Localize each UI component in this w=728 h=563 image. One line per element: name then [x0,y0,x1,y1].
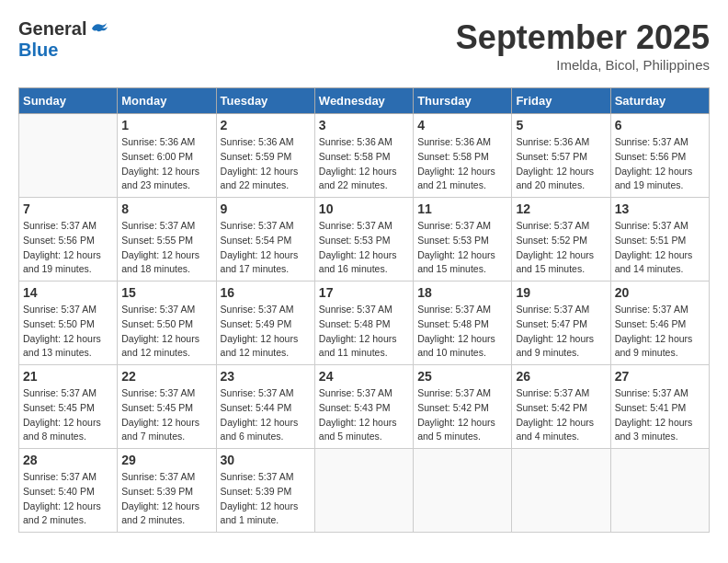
day-cell: 18Sunrise: 5:37 AM Sunset: 5:48 PM Dayli… [414,282,512,365]
day-cell: 29Sunrise: 5:37 AM Sunset: 5:39 PM Dayli… [118,449,216,533]
day-number: 13 [615,201,705,216]
day-info: Sunrise: 5:37 AM Sunset: 5:51 PM Dayligh… [615,219,705,277]
day-cell: 12Sunrise: 5:37 AM Sunset: 5:52 PM Dayli… [512,198,610,282]
day-info: Sunrise: 5:37 AM Sunset: 5:56 PM Dayligh… [23,219,113,277]
day-cell: 27Sunrise: 5:37 AM Sunset: 5:41 PM Dayli… [610,365,709,449]
day-info: Sunrise: 5:37 AM Sunset: 5:45 PM Dayligh… [23,386,113,444]
logo: General Blue [18,18,110,61]
day-number: 23 [221,369,311,384]
day-info: Sunrise: 5:37 AM Sunset: 5:47 PM Dayligh… [516,303,606,361]
day-cell: 8Sunrise: 5:37 AM Sunset: 5:55 PM Daylig… [118,198,216,282]
day-number: 24 [319,369,409,384]
day-cell: 10Sunrise: 5:37 AM Sunset: 5:53 PM Dayli… [314,198,413,282]
day-cell: 3Sunrise: 5:36 AM Sunset: 5:58 PM Daylig… [314,114,413,198]
logo-blue-text: Blue [18,40,58,61]
day-cell: 24Sunrise: 5:37 AM Sunset: 5:43 PM Dayli… [314,365,413,449]
day-info: Sunrise: 5:36 AM Sunset: 5:57 PM Dayligh… [516,135,606,193]
column-header-sunday: Sunday [19,88,118,114]
day-cell: 19Sunrise: 5:37 AM Sunset: 5:47 PM Dayli… [512,282,610,365]
day-number: 25 [417,369,507,384]
day-cell: 14Sunrise: 5:37 AM Sunset: 5:50 PM Dayli… [19,282,118,365]
title-block: September 2025 Imelda, Bicol, Philippine… [456,18,710,73]
day-number: 29 [121,453,211,467]
day-info: Sunrise: 5:37 AM Sunset: 5:45 PM Dayligh… [121,386,211,444]
day-info: Sunrise: 5:36 AM Sunset: 6:00 PM Dayligh… [121,135,211,193]
day-cell: 7Sunrise: 5:37 AM Sunset: 5:56 PM Daylig… [19,198,118,282]
day-number: 26 [516,369,606,384]
day-number: 2 [221,118,311,132]
day-cell: 6Sunrise: 5:37 AM Sunset: 5:56 PM Daylig… [610,114,709,198]
week-row-5: 28Sunrise: 5:37 AM Sunset: 5:40 PM Dayli… [19,449,710,533]
column-header-wednesday: Wednesday [314,88,413,114]
day-number: 11 [417,201,507,216]
day-info: Sunrise: 5:37 AM Sunset: 5:40 PM Dayligh… [23,470,113,528]
month-title: September 2025 [456,18,710,57]
day-number: 9 [221,201,311,216]
column-header-tuesday: Tuesday [216,88,314,114]
column-header-thursday: Thursday [414,88,512,114]
day-info: Sunrise: 5:37 AM Sunset: 5:56 PM Dayligh… [615,135,705,193]
day-number: 15 [121,285,211,300]
day-number: 16 [221,285,311,300]
day-number: 10 [319,201,409,216]
column-header-friday: Friday [512,88,610,114]
day-info: Sunrise: 5:36 AM Sunset: 5:58 PM Dayligh… [417,135,507,193]
day-info: Sunrise: 5:37 AM Sunset: 5:50 PM Dayligh… [121,303,211,361]
week-row-4: 21Sunrise: 5:37 AM Sunset: 5:45 PM Dayli… [19,365,710,449]
day-number: 4 [417,118,507,132]
day-cell [414,449,512,533]
day-number: 3 [319,118,409,132]
week-row-1: 1Sunrise: 5:36 AM Sunset: 6:00 PM Daylig… [19,114,710,198]
day-cell: 17Sunrise: 5:37 AM Sunset: 5:48 PM Dayli… [314,282,413,365]
day-cell: 22Sunrise: 5:37 AM Sunset: 5:45 PM Dayli… [118,365,216,449]
day-cell: 9Sunrise: 5:37 AM Sunset: 5:54 PM Daylig… [216,198,314,282]
day-info: Sunrise: 5:37 AM Sunset: 5:49 PM Dayligh… [221,303,311,361]
day-cell: 25Sunrise: 5:37 AM Sunset: 5:42 PM Dayli… [414,365,512,449]
day-number: 28 [23,453,113,467]
logo-bird-icon [90,19,110,36]
day-number: 18 [417,285,507,300]
day-number: 17 [319,285,409,300]
day-cell: 13Sunrise: 5:37 AM Sunset: 5:51 PM Dayli… [610,198,709,282]
day-info: Sunrise: 5:37 AM Sunset: 5:54 PM Dayligh… [221,219,311,277]
day-cell [512,449,610,533]
day-cell: 11Sunrise: 5:37 AM Sunset: 5:53 PM Dayli… [414,198,512,282]
day-info: Sunrise: 5:37 AM Sunset: 5:41 PM Dayligh… [615,386,705,444]
day-info: Sunrise: 5:37 AM Sunset: 5:55 PM Dayligh… [121,219,211,277]
day-number: 12 [516,201,606,216]
week-row-2: 7Sunrise: 5:37 AM Sunset: 5:56 PM Daylig… [19,198,710,282]
day-number: 5 [516,118,606,132]
day-number: 8 [121,201,211,216]
day-info: Sunrise: 5:36 AM Sunset: 5:58 PM Dayligh… [319,135,409,193]
day-info: Sunrise: 5:37 AM Sunset: 5:48 PM Dayligh… [417,303,507,361]
day-info: Sunrise: 5:37 AM Sunset: 5:42 PM Dayligh… [516,386,606,444]
day-cell: 5Sunrise: 5:36 AM Sunset: 5:57 PM Daylig… [512,114,610,198]
page-header: General Blue September 2025 Imelda, Bico… [18,18,710,73]
day-number: 14 [23,285,113,300]
day-number: 20 [615,285,705,300]
day-cell: 16Sunrise: 5:37 AM Sunset: 5:49 PM Dayli… [216,282,314,365]
day-info: Sunrise: 5:37 AM Sunset: 5:39 PM Dayligh… [221,470,311,528]
day-info: Sunrise: 5:37 AM Sunset: 5:46 PM Dayligh… [615,303,705,361]
day-info: Sunrise: 5:37 AM Sunset: 5:53 PM Dayligh… [417,219,507,277]
day-info: Sunrise: 5:37 AM Sunset: 5:43 PM Dayligh… [319,386,409,444]
day-number: 22 [121,369,211,384]
day-number: 6 [615,118,705,132]
week-row-3: 14Sunrise: 5:37 AM Sunset: 5:50 PM Dayli… [19,282,710,365]
location: Imelda, Bicol, Philippines [456,57,710,73]
day-info: Sunrise: 5:37 AM Sunset: 5:52 PM Dayligh… [516,219,606,277]
day-cell [314,449,413,533]
day-cell: 2Sunrise: 5:36 AM Sunset: 5:59 PM Daylig… [216,114,314,198]
day-cell: 1Sunrise: 5:36 AM Sunset: 6:00 PM Daylig… [118,114,216,198]
day-info: Sunrise: 5:37 AM Sunset: 5:42 PM Dayligh… [417,386,507,444]
day-cell: 21Sunrise: 5:37 AM Sunset: 5:45 PM Dayli… [19,365,118,449]
calendar-table: SundayMondayTuesdayWednesdayThursdayFrid… [18,87,710,533]
day-info: Sunrise: 5:37 AM Sunset: 5:48 PM Dayligh… [319,303,409,361]
day-number: 7 [23,201,113,216]
day-cell: 26Sunrise: 5:37 AM Sunset: 5:42 PM Dayli… [512,365,610,449]
column-header-saturday: Saturday [610,88,709,114]
day-cell: 15Sunrise: 5:37 AM Sunset: 5:50 PM Dayli… [118,282,216,365]
logo-general-text: General [18,18,86,40]
day-cell: 4Sunrise: 5:36 AM Sunset: 5:58 PM Daylig… [414,114,512,198]
day-cell: 20Sunrise: 5:37 AM Sunset: 5:46 PM Dayli… [610,282,709,365]
